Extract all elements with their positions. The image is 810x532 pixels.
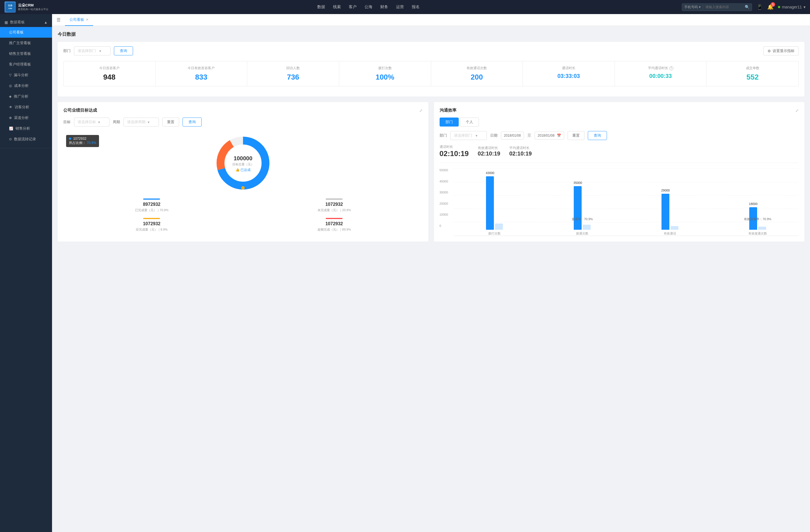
sidebar-item-client-manager[interactable]: 客户经理看板 (0, 59, 52, 70)
target-expand-icon[interactable]: ⤢ (419, 108, 423, 113)
bar-group-dial: 43000 拨打次数 (454, 168, 536, 236)
nav-public-sea[interactable]: 公海 (364, 3, 372, 11)
nav-finance[interactable]: 财务 (380, 3, 388, 11)
legend-bar-over (326, 218, 343, 219)
nav-customers[interactable]: 客户 (349, 3, 357, 11)
bar-connect-blue: 35000 (574, 186, 582, 230)
comm-card-header: 沟通效率 ⤢ (440, 108, 799, 113)
sidebar-item-flow-records[interactable]: ⊙ 数据流转记录 (0, 134, 52, 145)
sidebar-item-company-board[interactable]: 公司看板 (0, 27, 52, 38)
sidebar-item-sales-manager[interactable]: 销售主管看板 (0, 48, 52, 59)
sidebar-item-funnel[interactable]: ▽ 漏斗分析 (0, 70, 52, 80)
eff-connect-rate-label: 有效接通率：70.9% (744, 217, 771, 221)
comm-filter-row: 部门 请选择部门 ▾ 日期 2018/01/08 至 2018/01/08 📅 (440, 131, 799, 140)
bar-group-3-bars: 29000 (662, 168, 678, 230)
donut-svg: 100000 目标总量（元） 👍 已达成 (212, 132, 274, 194)
svg-rect-0 (6, 2, 15, 12)
calendar-icon[interactable]: 📅 (557, 134, 561, 137)
svg-text:👍 已达成: 👍 已达成 (236, 168, 250, 172)
target-query-btn[interactable]: 查询 (182, 118, 202, 127)
chart-area: 43000 拨打次数 (454, 168, 799, 236)
today-query-btn[interactable]: 查询 (114, 46, 133, 55)
date-start-input[interactable]: 2018/01/08 (501, 132, 524, 139)
target-filter-row: 目标 请选择目标 ▾ 周期 请选择周期 ▾ 重置 查询 (63, 118, 423, 127)
y-label-5: 50000 (440, 168, 448, 172)
comm-dept-select[interactable]: 请选择部门 ▾ (450, 131, 487, 140)
page-content: 今日数据 部门 请选择部门 ▾ 查询 ⚙ 设置显示指标 今 (52, 26, 810, 532)
svg-point-6 (241, 186, 245, 189)
sidebar-item-promo-manager[interactable]: 推广主管看板 (0, 38, 52, 48)
sidebar-toggle-icon[interactable]: ☰ (56, 17, 61, 22)
comm-tab-individual[interactable]: 个人 (460, 118, 479, 127)
sidebar-item-sales-analysis[interactable]: 📈 销售分析 (0, 123, 52, 134)
period-select[interactable]: 请选择周期 ▾ (124, 118, 159, 127)
sidebar-section-header[interactable]: ▦ 数据看板 ▲ (0, 17, 52, 27)
legend-incomplete: 1072932 未完成量（元）｜20.9% (246, 199, 423, 212)
bar-effective-light (670, 226, 678, 230)
legend-over-complete: 1072932 超额完成（元）｜89.9% (246, 218, 423, 232)
stats-row: 今日首咨客户 948 今日有效首咨客户 833 回访人数 736 拨打次数 10… (63, 61, 799, 86)
legend-completed: 8972932 已完成量（元）｜70.9% (63, 199, 240, 212)
sidebar-item-cost[interactable]: ◎ 成本分析 (0, 80, 52, 91)
notification-icon[interactable]: 🔔 5 (767, 4, 774, 10)
nav-data[interactable]: 数据 (317, 3, 325, 11)
tab-close-icon[interactable]: ✕ (86, 18, 88, 22)
bar-effective-label: 29000 (661, 189, 670, 192)
search-type-selector[interactable]: 手机号码 ▾ (684, 5, 703, 10)
svg-text:目标总量（元）: 目标总量（元） (232, 163, 254, 166)
search-input[interactable] (706, 5, 745, 9)
sidebar-section-label: 数据看板 (10, 20, 25, 25)
stat-revisit: 回访人数 736 (247, 61, 339, 86)
dashboard-icon: ▦ (4, 20, 8, 24)
sidebar-collapse-icon[interactable]: ▲ (44, 20, 48, 24)
bar-dial-blue: 43000 (486, 176, 494, 230)
nav-operations[interactable]: 运营 (396, 3, 404, 11)
comm-stat-duration: 通话时长 02:10:19 (440, 145, 469, 158)
dept-filter-label: 部门 (63, 48, 70, 53)
username: manager11 (782, 5, 802, 9)
today-data-card: 部门 请选择部门 ▾ 查询 ⚙ 设置显示指标 今日首咨客户 948 (58, 42, 804, 97)
nav-items: 数据 线索 客户 公海 财务 运营 报名 (55, 3, 682, 11)
bar-dial-main: 43000 (486, 176, 494, 230)
comm-tabs: 部门 个人 (440, 118, 799, 127)
comm-expand-icon[interactable]: ⤢ (795, 108, 799, 113)
sidebar-item-promo-analysis[interactable]: ◈ 推广分析 (0, 91, 52, 102)
svg-text:100000: 100000 (233, 155, 252, 161)
today-filter-row: 部门 请选择部门 ▾ 查询 ⚙ 设置显示指标 (63, 46, 799, 55)
legend-bar-incomplete (326, 199, 343, 200)
period-select-arrow: ▾ (148, 120, 150, 124)
comm-stat-effective-duration: 有效通话时长 02:10:19 (478, 146, 500, 157)
today-data-title: 今日数据 (58, 32, 804, 37)
comm-dept-arrow: ▾ (475, 134, 477, 138)
comm-stats-row: 通话时长 02:10:19 有效通话时长 02:10:19 平均通话时长 02:… (440, 145, 799, 163)
target-card: 公司业绩目标达成 ⤢ 目标 请选择目标 ▾ 周期 请选择周期 ▾ (58, 102, 428, 242)
sidebar-item-channel[interactable]: ⊕ 渠道分析 (0, 113, 52, 123)
tab-company-board[interactable]: 公司看板 ✕ (65, 14, 93, 26)
logo: 云朵 CRM 云朵CRM 教育机构一站式服务云平台 (4, 1, 55, 13)
target-select[interactable]: 请选择目标 ▾ (74, 118, 109, 127)
bar-effective-blue: 29000 (662, 194, 669, 230)
bar-group-1-bars: 43000 (486, 168, 503, 230)
user-area[interactable]: manager11 ▾ (778, 5, 806, 9)
date-end-input[interactable]: 2018/01/08 📅 (535, 132, 564, 139)
nav-leads[interactable]: 线索 (333, 3, 341, 11)
legend-grid: 8972932 已完成量（元）｜70.9% 1072932 未完成量（元）｜20… (63, 199, 423, 232)
comm-query-btn[interactable]: 查询 (588, 131, 607, 140)
legend-should-complete: 1072932 应完成量（元）｜8.9% (63, 218, 240, 232)
bar-group-2-label: 接通次数 (576, 231, 588, 236)
search-icon[interactable]: 🔍 (745, 5, 749, 9)
settings-display-btn[interactable]: ⚙ 设置显示指标 (763, 46, 799, 55)
dept-select[interactable]: 请选择部门 ▾ (74, 46, 111, 55)
comm-tab-dept[interactable]: 部门 (440, 118, 459, 127)
stat-call-duration: 通话时长 03:33:03 (523, 61, 615, 86)
comm-reset-btn[interactable]: 重置 (568, 131, 584, 140)
tablet-icon[interactable]: 📱 (757, 4, 763, 10)
stat-effective-calls: 有效通话次数 200 (431, 61, 523, 86)
nav-signup[interactable]: 报名 (412, 3, 420, 11)
bar-group-connect: 35000 接通率：70.9% 接通次数 (541, 168, 623, 236)
target-select-arrow: ▾ (98, 120, 100, 124)
target-reset-btn[interactable]: 重置 (162, 118, 179, 127)
sidebar-item-visitor[interactable]: 👁 访客分析 (0, 102, 52, 113)
user-dropdown-icon[interactable]: ▾ (804, 5, 806, 9)
bar-group-1-label: 拨打次数 (488, 231, 501, 236)
